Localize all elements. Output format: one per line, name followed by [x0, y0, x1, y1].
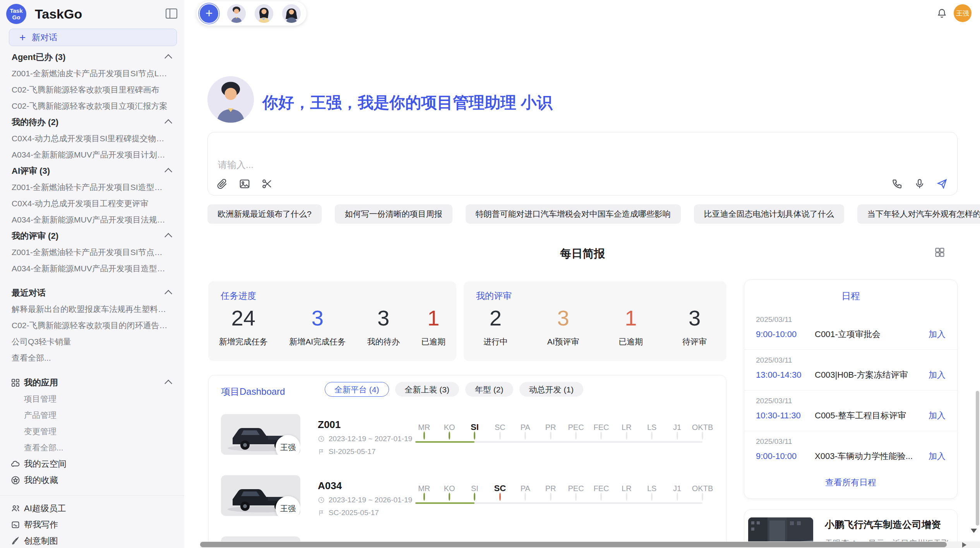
sidebar-item-favorites[interactable]: 我的收藏: [0, 472, 184, 488]
milestone[interactable]: PR: [538, 422, 563, 439]
microphone-icon[interactable]: [914, 178, 925, 190]
join-link[interactable]: 加入: [929, 369, 946, 381]
milestone[interactable]: SC: [487, 422, 512, 439]
milestone-label: PR: [538, 422, 563, 432]
schedule-title: 日程: [744, 290, 957, 302]
sidebar-collapse-icon[interactable]: [166, 9, 177, 19]
milestone[interactable]: PEC: [563, 422, 588, 439]
sidebar-item[interactable]: C02-飞腾新能源轻客改款项目立项汇报方案: [0, 98, 184, 114]
sidebar-item-write[interactable]: 帮我写作: [0, 517, 184, 533]
dashboard-tab[interactable]: 动总开发 (1): [519, 382, 584, 397]
milestone[interactable]: PA: [513, 483, 538, 500]
dashboard-tab[interactable]: 全新上装 (3): [395, 382, 459, 397]
milestone[interactable]: LS: [639, 483, 665, 500]
suggestion-chip[interactable]: 比亚迪全固态电池计划具体说了什么: [694, 204, 844, 224]
schedule-event[interactable]: 2025/03/11 10:30-11:30 C005-整车工程目标评审 加入: [744, 390, 957, 431]
assistant-avatar-3[interactable]: [282, 4, 301, 23]
milestone[interactable]: SC: [487, 483, 512, 500]
chat-composer[interactable]: 请输入...: [207, 132, 958, 195]
add-assistant-button[interactable]: +: [200, 4, 218, 23]
chevron-up-icon: [164, 54, 172, 62]
milestone[interactable]: LS: [639, 422, 665, 439]
view-all-schedule-link[interactable]: 查看所有日程: [744, 477, 957, 488]
vertical-scrollbar-thumb[interactable]: [976, 391, 979, 526]
milestone[interactable]: FEC: [589, 422, 614, 439]
milestone[interactable]: LR: [614, 483, 639, 500]
app-sub-item[interactable]: 变更管理: [0, 423, 184, 440]
schedule-event[interactable]: 2025/03/11 9:00-10:00 X003-车辆动力学性能验... 加…: [744, 431, 957, 471]
milestone-label: J1: [665, 422, 690, 432]
sidebar-item-draw[interactable]: 创意制图: [0, 533, 184, 548]
attachment-icon[interactable]: [216, 178, 228, 190]
section-recent-chats[interactable]: 最近对话: [0, 285, 184, 301]
suggestion-chip[interactable]: 特朗普可能对进口汽车增税会对中国车企造成哪些影响: [466, 204, 681, 224]
apps-view-all[interactable]: 查看全部...: [0, 440, 184, 456]
section-my-review[interactable]: 我的评审 (2): [0, 228, 184, 244]
sidebar-item[interactable]: C0X4-动力总成开发项目SI里程碑提交物检查: [0, 130, 184, 147]
notification-bell-icon[interactable]: [937, 8, 947, 19]
milestone[interactable]: KO: [437, 483, 462, 500]
event-time: 9:00-10:00: [756, 329, 815, 339]
suggestion-chip[interactable]: 欧洲新规最近颁布了什么?: [207, 204, 322, 224]
dashboard-tab[interactable]: 全新平台 (4): [325, 382, 389, 397]
join-link[interactable]: 加入: [929, 450, 946, 462]
sidebar-item-ai-staff[interactable]: AI超级员工: [0, 500, 184, 517]
milestone[interactable]: LR: [614, 422, 639, 439]
milestone[interactable]: SI: [462, 483, 487, 500]
section-my-todo[interactable]: 我的待办 (2): [0, 114, 184, 130]
sidebar-item-cloud-space[interactable]: 我的云空间: [0, 456, 184, 472]
chat-input[interactable]: 请输入...: [218, 159, 254, 171]
project-code[interactable]: Z001: [318, 419, 341, 431]
milestone[interactable]: PEC: [563, 483, 588, 500]
milestone[interactable]: FEC: [589, 483, 614, 500]
project-code[interactable]: A034: [318, 480, 342, 492]
milestone[interactable]: MR: [411, 422, 437, 439]
sidebar-item[interactable]: A034-全新新能源MUV产品开发项目造型可行性评审: [0, 260, 184, 277]
schedule-event[interactable]: 2025/03/11 9:00-10:00 C001-立项审批会 加入: [744, 309, 957, 350]
send-icon[interactable]: [936, 178, 948, 190]
milestone[interactable]: OKTB: [690, 422, 715, 439]
sidebar-item[interactable]: Z001-全新燃油轻卡产品开发项目SI造型提交物评审: [0, 179, 184, 195]
milestone[interactable]: MR: [411, 483, 437, 500]
milestone[interactable]: KO: [437, 422, 462, 439]
section-my-apps[interactable]: 我的应用: [0, 375, 184, 391]
milestone[interactable]: J1: [665, 422, 690, 439]
app-sub-item[interactable]: 产品管理: [0, 407, 184, 423]
suggestion-chip[interactable]: 当下年轻人对汽车外观有怎样的喜好趋势: [857, 204, 980, 224]
app-sub-item[interactable]: 项目管理: [0, 391, 184, 407]
user-avatar[interactable]: 王强: [954, 4, 971, 22]
milestone[interactable]: PR: [538, 483, 563, 500]
stat: 3 新增AI完成任务: [289, 305, 346, 347]
milestone[interactable]: PA: [513, 422, 538, 439]
suggestion-chip[interactable]: 如何写一份清晰的项目周报: [335, 204, 452, 224]
image-icon[interactable]: [239, 178, 250, 190]
new-chat-button[interactable]: + 新对话: [9, 29, 177, 46]
assistant-avatar-1[interactable]: [227, 4, 246, 23]
section-agent-done[interactable]: Agent已办 (3): [0, 49, 184, 65]
scroll-down-arrow[interactable]: [971, 529, 977, 533]
sidebar-item[interactable]: Z001-全新燃油轻卡产品开发项目SI节点属性5D文件评审: [0, 244, 184, 260]
sidebar-item[interactable]: A034-全新新能源MUV产品开发项目计划变更表编写: [0, 147, 184, 163]
sidebar-item[interactable]: C02-飞腾新能源轻客改款项目里程碑画布: [0, 82, 184, 98]
section-ai-review[interactable]: AI评审 (3): [0, 163, 184, 179]
recent-chat-item[interactable]: 解释最新出台的欧盟报废车法规再生塑料比例被调至15%...: [0, 301, 184, 317]
sidebar-item[interactable]: Z001-全新燃油皮卡产品开发项目SI节点Lesson Learn报告: [0, 65, 184, 82]
dashboard-tab[interactable]: 年型 (2): [465, 382, 513, 397]
join-link[interactable]: 加入: [929, 329, 946, 340]
recent-view-all[interactable]: 查看全部...: [0, 350, 184, 366]
milestone[interactable]: SI: [462, 422, 487, 439]
milestone[interactable]: J1: [665, 483, 690, 500]
layout-grid-icon[interactable]: [934, 247, 945, 258]
schedule-event[interactable]: 2025/03/11 13:00-14:30 C003|H0B-方案冻结评审 加…: [744, 350, 957, 390]
sidebar-item[interactable]: C0X4-动力总成开发项目工程变更评审: [0, 195, 184, 212]
recent-chat-item[interactable]: C02-飞腾新能源轻客改款项目的闭环通告反馈情况: [0, 317, 184, 334]
scroll-right-arrow[interactable]: [962, 542, 966, 548]
horizontal-scrollbar-thumb[interactable]: [200, 542, 947, 547]
recent-chat-item[interactable]: 公司Q3轻卡销量: [0, 334, 184, 350]
scissors-icon[interactable]: [261, 178, 273, 190]
phone-icon[interactable]: [891, 178, 903, 190]
join-link[interactable]: 加入: [929, 410, 946, 421]
milestone[interactable]: OKTB: [690, 483, 715, 500]
assistant-avatar-2[interactable]: [255, 4, 273, 23]
sidebar-item[interactable]: A034-全新新能源MUV产品开发项目法规符合性评审: [0, 212, 184, 228]
